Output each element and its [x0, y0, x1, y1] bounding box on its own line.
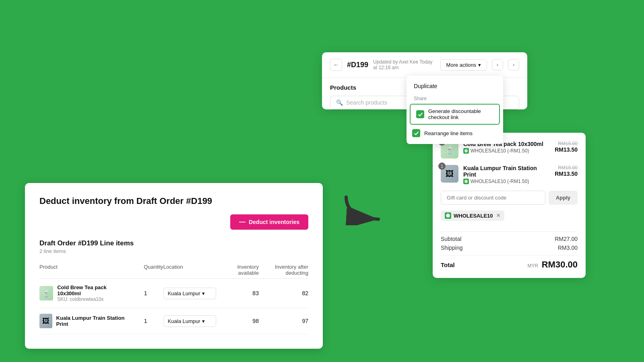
summary-product-discount: WHOLESALE10 (-RM1.50) [463, 179, 550, 184]
share-section-label: Share [407, 93, 503, 103]
summary-product-name: Kuala Lumpur Train Station Print [463, 165, 550, 178]
discount-code-input[interactable] [441, 191, 545, 205]
price-original: RM15.00 [555, 141, 578, 146]
summary-panel: 1 🍵 Cold Brew Tea pack 10x300ml WHOLESAL… [433, 133, 586, 278]
prev-order-button[interactable]: ‹ [492, 59, 503, 70]
order-id: #D199 [347, 61, 368, 69]
inv-after-cell: 97 [259, 318, 308, 324]
deduct-modal-title: Deduct inventory from Draft Order #D199 [39, 196, 308, 206]
svg-point-2 [464, 180, 468, 183]
inv-available-cell: 98 [216, 318, 258, 324]
quantity-badge: 1 [438, 162, 446, 170]
product-cell: 🍵 Cold Brew Tea pack 10x300ml SKU: coldb… [39, 284, 128, 302]
product-sku: SKU: coldbrewtea10x [57, 296, 128, 302]
summary-product-discount: WHOLESALE10 (-RM1.50) [463, 148, 550, 154]
order-panel: ← #D199 Updated by Axel Kee Today at 12:… [322, 52, 527, 109]
price-final: RM13.50 [555, 171, 578, 177]
summary-product-img-print: 1 🖼 [441, 165, 458, 183]
svg-point-3 [446, 214, 450, 218]
order-header: ← #D199 Updated by Axel Kee Today at 12:… [322, 52, 527, 78]
col-quantity: Quantity [128, 264, 163, 276]
product-cell: 🖼 Kuala Lumpur Train Station Print [39, 314, 128, 328]
table-header: Product Quantity Location Inventory avai… [39, 261, 308, 279]
location-cell[interactable]: Kuala Lumpur ▾ [163, 315, 217, 327]
deduct-inventories-button[interactable]: — Deduct inventories [230, 214, 308, 230]
summary-product-prices: RM15.00 RM13.50 [555, 165, 578, 177]
chevron-down-icon: ▾ [478, 62, 481, 68]
more-actions-button[interactable]: More actions ▾ [440, 59, 487, 71]
qty-cell: 1 [128, 318, 163, 324]
subtotal-value: RM27.00 [555, 236, 578, 242]
chevron-down-icon: ▾ [202, 318, 205, 324]
shipping-label: Shipping [441, 245, 463, 251]
total-line: Total MYR RM30.00 [441, 259, 578, 270]
back-button[interactable]: ← [330, 59, 342, 71]
inv-available-cell: 83 [216, 290, 258, 296]
product-name: Cold Brew Tea pack 10x300ml [57, 284, 128, 296]
discount-code-row: Apply [441, 191, 578, 205]
apply-discount-button[interactable]: Apply [549, 191, 578, 205]
product-image-print: 🖼 [39, 314, 52, 328]
next-order-button[interactable]: › [508, 59, 519, 70]
line-items-table: Product Quantity Location Inventory avai… [39, 261, 308, 334]
applied-coupon-tag: WHOLESALE10 ✕ [441, 210, 504, 221]
remove-coupon-button[interactable]: ✕ [496, 213, 500, 218]
order-updated-text: Updated by Axel Kee Today at 12:16 am [373, 59, 436, 70]
shipping-line: Shipping RM3.00 [441, 245, 578, 251]
total-label: Total [441, 261, 455, 268]
summary-divider-2 [441, 255, 578, 255]
total-currency: MYR [528, 263, 539, 269]
generate-checkout-link-item[interactable]: Generate discountable checkout link [410, 104, 500, 125]
inv-after-cell: 82 [259, 290, 308, 296]
summary-divider [441, 231, 578, 232]
price-original: RM15.00 [555, 165, 578, 171]
summary-product-info: Kuala Lumpur Train Station Print WHOLESA… [463, 165, 550, 184]
rearrange-label: Rearrange line items [424, 130, 473, 136]
total-amount-group: MYR RM30.00 [528, 259, 578, 270]
table-row: 🍵 Cold Brew Tea pack 10x300ml SKU: coldb… [39, 279, 308, 308]
price-final: RM13.50 [555, 146, 578, 153]
col-location: Location [163, 264, 217, 276]
arrow-indicator [338, 193, 390, 225]
rearrange-line-items-item[interactable]: Rearrange line items [407, 125, 503, 141]
subtotal-label: Subtotal [441, 236, 461, 242]
deduct-inventory-modal: Deduct inventory from Draft Order #D199 … [25, 183, 323, 349]
minus-icon: — [239, 218, 246, 226]
qty-cell: 1 [128, 290, 163, 296]
line-items-title: Draft Order #D199 Line items [39, 239, 308, 247]
col-inv-available: Inventory available [216, 264, 258, 276]
table-row: 🖼 Kuala Lumpur Train Station Print 1 Kua… [39, 308, 308, 334]
coupon-icon [445, 212, 451, 219]
svg-point-1 [464, 149, 468, 152]
search-placeholder: Search products [346, 99, 387, 106]
shipping-value: RM3.00 [558, 245, 578, 251]
col-product: Product [39, 264, 128, 276]
discount-tag-icon [463, 179, 469, 184]
total-amount: RM30.00 [542, 259, 578, 269]
product-image-tea: 🍵 [39, 286, 53, 300]
summary-product-row: 1 🖼 Kuala Lumpur Train Station Print WHO… [441, 165, 578, 184]
product-name: Kuala Lumpur Train Station Print [56, 315, 128, 327]
col-inv-after: Inventory after deducting [259, 264, 308, 276]
duplicate-menu-item[interactable]: Duplicate [407, 79, 503, 93]
checkout-link-label: Generate discountable checkout link [428, 108, 493, 120]
summary-product-prices: RM15.00 RM13.50 [555, 141, 578, 153]
location-cell[interactable]: Kuala Lumpur ▾ [163, 288, 217, 299]
checkbox-checked-icon [412, 129, 420, 137]
checkbox-checked-icon [416, 110, 424, 118]
search-icon: 🔍 [336, 99, 343, 106]
line-items-subtitle: 2 line items [39, 248, 308, 254]
discount-tag-icon [463, 148, 469, 154]
more-actions-dropdown: Duplicate Share Generate discountable ch… [407, 76, 503, 144]
coupon-code-label: WHOLESALE10 [454, 213, 493, 219]
chevron-down-icon: ▾ [202, 290, 205, 296]
subtotal-line: Subtotal RM27.00 [441, 236, 578, 242]
